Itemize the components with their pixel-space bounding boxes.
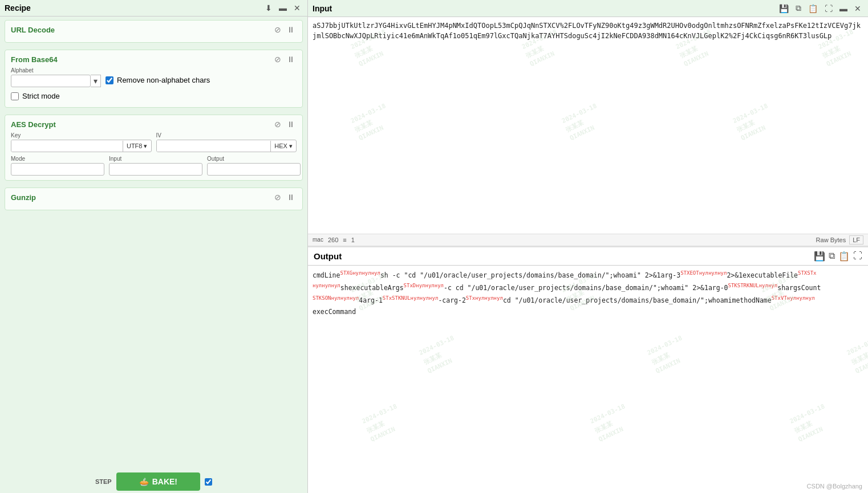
gunzip-pause[interactable]: ⏸ xyxy=(285,193,297,202)
aes-mode-input[interactable]: ECB xyxy=(11,163,104,176)
input-close-icon[interactable]: ✕ xyxy=(852,2,863,14)
mac-label: mac xyxy=(313,237,323,243)
input-paste-icon[interactable]: 📋 xyxy=(806,2,820,14)
remove-nonalpha-row: Remove non-alphabet chars xyxy=(106,76,210,84)
input-content[interactable]: 2024-03-18张某某QIANXIN 2024-03-18张某某QIANXI… xyxy=(308,17,868,234)
aes-key-input-wrapper: 3c6e0b8a9c15224a UTF8 ▾ xyxy=(11,140,152,152)
nul-bytes: нулнулнул xyxy=(475,295,503,301)
close-icon[interactable]: ✕ xyxy=(291,2,303,14)
raw-bytes-label: Raw Bytes xyxy=(816,237,846,243)
shargs: shargsCount xyxy=(777,284,821,292)
input-save-icon[interactable]: 💾 xyxy=(777,2,791,14)
aes-input-label: Input xyxy=(109,156,202,162)
cmdline-prefix: cmdLine xyxy=(313,271,340,279)
from-base64-title: From Base64 xyxy=(11,55,58,64)
gunzip-icons: ⊘ ⏸ xyxy=(273,193,297,202)
stx-null-2: STх xyxy=(466,295,475,301)
out-wm6: 2024-03-18张某某QIANXIN xyxy=(845,333,868,376)
lf-button[interactable]: LF xyxy=(849,235,863,245)
output-save-icon[interactable]: 💾 xyxy=(814,251,825,262)
stx-vt-null: STхVTнулнулнул xyxy=(772,295,815,301)
url-decode-title: URL Decode xyxy=(11,26,55,34)
aes-mode-row: Mode ECB Input Raw Output Raw xyxy=(11,156,297,176)
recipe-footer: STEP 🥧 BAKE! xyxy=(0,468,307,493)
alphabet-input[interactable]: A-Za-z0-9+/= xyxy=(11,75,91,87)
aes-iv-input-wrapper: HEX ▾ xyxy=(156,140,297,152)
shexec: shexecutableArgs xyxy=(340,284,404,292)
wm6: 2024-03-18张某某QIANXIN xyxy=(561,101,607,143)
aes-iv-encoding[interactable]: HEX ▾ xyxy=(270,141,296,152)
cd-cmd: cd "/u01/oracle/user_projects/domains/ba… xyxy=(503,296,772,304)
minimize-icon[interactable]: ▬ xyxy=(277,2,289,14)
url-decode-disable[interactable]: ⊘ xyxy=(273,25,283,34)
bake-auto-checkbox[interactable] xyxy=(205,478,212,486)
aes-input-input[interactable]: Raw xyxy=(109,163,202,176)
input-watermark-container: 2024-03-18张某某QIANXIN 2024-03-18张某某QIANXI… xyxy=(308,17,868,234)
aes-iv-input[interactable] xyxy=(157,140,271,152)
stx-stx-null: STKSTRKNULнулнул xyxy=(728,283,778,288)
remove-nonalpha-checkbox[interactable] xyxy=(106,76,113,84)
aes-output-label: Output xyxy=(207,156,301,162)
bake-button[interactable]: 🥧 BAKE! xyxy=(116,472,200,491)
output-content[interactable]: 2024-03-18张某某QIANXIN 2024-03-18张某某QIANXI… xyxy=(308,266,868,494)
output-title: Output xyxy=(314,251,342,261)
from-base64-step: From Base64 ⊘ ⏸ Alphabet A-Za-z0-9+/= ▾ … xyxy=(5,50,303,108)
aes-key-iv-row: Key 3c6e0b8a9c15224a UTF8 ▾ IV HEX ▾ xyxy=(11,132,297,152)
from-base64-pause[interactable]: ⏸ xyxy=(285,55,297,64)
out-wm4: 2024-03-18张某某QIANXIN xyxy=(417,333,464,376)
alphabet-row: Alphabet A-Za-z0-9+/= ▾ Remove non-alpha… xyxy=(11,67,297,87)
bake-label: BAKE! xyxy=(152,477,177,486)
output-header: Output 💾 ⧉ 📋 ⛶ xyxy=(308,247,868,266)
input-header: Input 💾 ⧉ 📋 ⛶ ▬ ✕ xyxy=(308,0,868,17)
lines-icon: ≡ xyxy=(343,237,346,243)
wm7: 2024-03-18张某某QIANXIN xyxy=(732,101,778,143)
aes-decrypt-disable[interactable]: ⊘ xyxy=(273,120,283,129)
gunzip-header: Gunzip ⊘ ⏸ xyxy=(11,193,297,202)
aes-key-input[interactable]: 3c6e0b8a9c15224a xyxy=(11,140,123,152)
stx-eot-null: STXEОТнулнулнул xyxy=(680,270,727,276)
alphabet-label: Alphabet xyxy=(11,67,101,74)
aes-decrypt-step: AES Decrypt ⊘ ⏸ Key 3c6e0b8a9c15224a UTF… xyxy=(5,115,303,181)
input-copy-icon[interactable]: ⧉ xyxy=(793,2,804,14)
bake-icon: 🥧 xyxy=(139,477,149,486)
out-wm5: 2024-03-18张某某QIANXIN xyxy=(646,333,692,376)
url-decode-pause[interactable]: ⏸ xyxy=(285,25,297,34)
input-expand-icon[interactable]: ⛶ xyxy=(822,2,835,14)
carg2: -carg-2 xyxy=(438,296,465,304)
download-icon[interactable]: ⬇ xyxy=(263,2,274,14)
recipe-header-icons: ⬇ ▬ ✕ xyxy=(263,2,303,14)
aes-decrypt-header: AES Decrypt ⊘ ⏸ xyxy=(11,120,297,129)
aes-iv-label: IV xyxy=(156,132,297,138)
status-bar: mac 260 ≡ 1 Raw Bytes LF xyxy=(308,234,868,246)
lines-value: 1 xyxy=(351,237,355,243)
step-label: STEP xyxy=(95,478,112,485)
null-bytes-3: STKSONнулнулнул xyxy=(313,295,359,301)
out-wm8: 2024-03-18张某某QIANXIN xyxy=(589,401,635,445)
aes-decrypt-icons: ⊘ ⏸ xyxy=(273,120,297,129)
footer-credit: CSDN @Bolgzhang xyxy=(807,483,862,490)
input-more-icon[interactable]: ▬ xyxy=(837,2,850,14)
mac-value: 260 xyxy=(328,237,338,243)
out-wm7: 2024-03-18张某某QIANXIN xyxy=(360,401,407,445)
gunzip-disable[interactable]: ⊘ xyxy=(273,193,283,202)
alphabet-dropdown-btn[interactable]: ▾ xyxy=(91,75,101,87)
from-base64-disable[interactable]: ⊘ xyxy=(273,55,283,64)
input-header-icons: 💾 ⧉ 📋 ⛶ ▬ ✕ xyxy=(777,2,863,14)
aes-key-encoding[interactable]: UTF8 ▾ xyxy=(123,141,151,152)
strict-mode-checkbox[interactable] xyxy=(11,92,19,100)
input-title: Input xyxy=(313,4,332,13)
output-copy-icon[interactable]: ⧉ xyxy=(829,251,835,262)
output-paste-icon[interactable]: 📋 xyxy=(838,251,850,262)
stx-stk-null: STхSTKNULнулнулнул xyxy=(383,295,439,301)
output-line-4: execCommand xyxy=(313,307,863,317)
output-expand-icon[interactable]: ⛶ xyxy=(853,251,862,262)
remove-nonalpha-label: Remove non-alphabet chars xyxy=(117,76,210,84)
aes-key-label: Key xyxy=(11,132,152,138)
cmdline-sh: sh -c "cd "/u01/oracle/user_projects/dom… xyxy=(380,271,680,279)
output-line-1: cmdLineSTXGнулнулнулsh -c "cd "/u01/orac… xyxy=(313,269,863,280)
std-null: STхDнулнулнул xyxy=(404,283,444,288)
aes-output-input[interactable]: Raw xyxy=(207,163,301,176)
aes-decrypt-pause[interactable]: ⏸ xyxy=(285,120,297,129)
alphabet-field: Alphabet A-Za-z0-9+/= ▾ xyxy=(11,67,101,87)
alphabet-select-wrapper: A-Za-z0-9+/= ▾ xyxy=(11,75,101,87)
